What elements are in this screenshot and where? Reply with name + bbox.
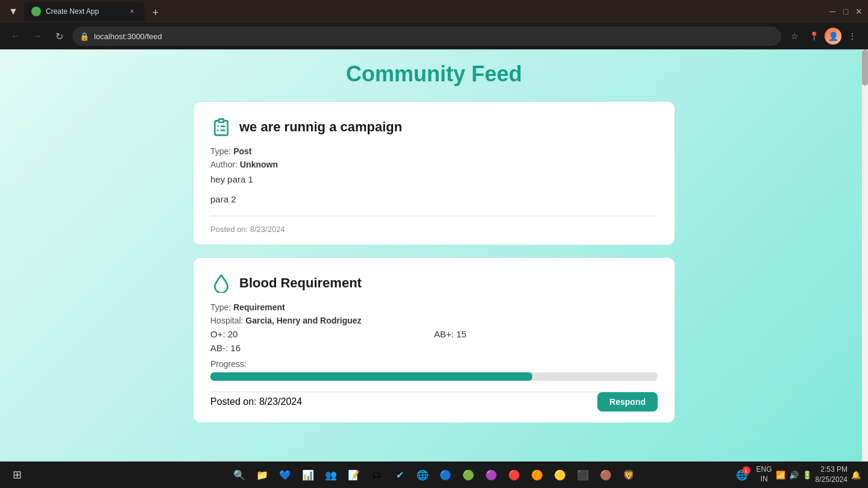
blood-requirement-card: Blood Requirement Type: Requirement Hosp… [193,257,675,423]
title-bar: ▼ Create Next App × + ─ □ ✕ [0,0,868,23]
taskbar-chrome3[interactable]: 🟢 [459,465,478,484]
clipboard-icon [210,116,232,138]
svg-rect-0 [219,119,224,122]
hospital-name: Hospital: Garcia, Henry and Rodriguez [210,316,658,325]
taskbar-app4[interactable]: 🟡 [550,465,570,484]
reload-button[interactable]: ↻ [51,28,68,45]
blood-group-ab-minus: AB-: 16 [210,343,434,353]
profile-button[interactable]: 👤 [825,28,841,45]
taskbar-notion[interactable]: 📝 [344,465,363,484]
url-display: localhost:3000/feed [94,32,774,41]
browser-window: ▼ Create Next App × + ─ □ ✕ ← → ↻ 🔒 loca… [0,0,868,488]
post-footer: Posted on: 8/23/2024 [210,216,658,245]
taskbar: ⊞ 🔍 📁 💙 📊 👥 📝 🗂 ✔ 🌐 🔵 🟢 🟣 🔴 🟠 🟡 ⬛ 🟤 🦁 [0,461,868,488]
post-card: we are runnig a campaign Type: Post Auth… [193,101,675,245]
taskbar-app3[interactable]: 🟠 [527,465,547,484]
taskbar-browser2[interactable]: 🦁 [619,465,638,484]
notification-badge: 1 [742,466,750,475]
notification-icon[interactable]: 🌐 1 [732,465,752,484]
respond-button[interactable]: Respond [597,392,658,411]
taskbar-right: 🌐 1 ENGIN 📶 🔊 🔋 2:53 PM 8/25/2024 🔔 [732,465,861,485]
taskbar-center: 🔍 📁 💙 📊 👥 📝 🗂 ✔ 🌐 🔵 🟢 🟣 🔴 🟠 🟡 ⬛ 🟤 🦁 [230,465,638,484]
progress-section: Progress: [210,359,658,381]
blood-type: Type: Requirement [210,302,658,312]
clock-date: 8/25/2024 [816,475,848,485]
post-card-title: we are runnig a campaign [239,119,402,135]
address-bar[interactable]: 🔒 localhost:3000/feed [72,27,781,46]
wifi-icon[interactable]: 📶 [776,471,785,480]
taskbar-excel[interactable]: 📊 [298,465,318,484]
taskbar-app1[interactable]: 🟣 [482,465,501,484]
page-title: Community Feed [346,61,522,87]
taskbar-app5[interactable]: 🟤 [596,465,615,484]
page-content: Community Feed we are runnig a campaign … [0,49,868,461]
active-tab[interactable]: Create Next App × [24,2,145,21]
window-controls: ─ □ ✕ [828,7,863,16]
volume-icon[interactable]: 🔊 [789,471,799,480]
taskbar-left: ⊞ [7,465,27,484]
progress-label: Progress: [210,359,658,369]
tab-dropdown[interactable]: ▼ [5,3,22,20]
tab-title: Create Next App [46,7,122,16]
back-button[interactable]: ← [7,28,24,45]
taskbar-tasks[interactable]: ✔ [390,465,409,484]
tab-area: Create Next App × + [24,2,826,21]
tab-close-button[interactable]: × [127,6,137,17]
battery-icon[interactable]: 🔋 [802,471,812,480]
clock-area[interactable]: 2:53 PM 8/25/2024 [816,465,848,485]
progress-bar-background [210,372,658,381]
taskbar-terminal[interactable]: ⬛ [573,465,593,484]
blood-card-footer: Posted on: 8/23/2024 Respond [210,392,658,422]
post-type: Type: Post [210,146,658,156]
tab-favicon [31,7,41,16]
maximize-button[interactable]: □ [841,7,850,16]
post-author: Author: Unknown [210,160,658,169]
clock-time: 2:53 PM [816,465,848,475]
taskbar-teams[interactable]: 👥 [321,465,341,484]
progress-bar-fill [210,372,532,381]
notifications-tray-icon[interactable]: 🔔 [851,471,861,480]
card-header: we are runnig a campaign [210,116,658,138]
language-indicator[interactable]: ENGIN [756,465,772,484]
blood-card-header: Blood Requirement [210,272,658,294]
location-icon[interactable]: 📍 [805,28,822,45]
post-paragraph-1: hey para 1 [210,173,658,187]
droplet-icon [210,272,232,294]
blood-group-o-plus: O+: 20 [210,329,434,339]
menu-button[interactable]: ⋮ [844,28,861,45]
blood-card-title: Blood Requirement [239,275,362,291]
blood-groups-grid: O+: 20 AB+: 15 AB-: 16 [210,329,658,353]
minimize-button[interactable]: ─ [828,7,837,16]
blood-posted-date: Posted on: 8/23/2024 [210,396,302,407]
taskbar-app2[interactable]: 🔴 [505,465,524,484]
scrollbar-thumb[interactable] [862,49,868,86]
post-paragraph-2: para 2 [210,193,658,207]
bookmark-icon[interactable]: ☆ [786,28,803,45]
scrollbar[interactable] [862,49,868,461]
taskbar-file-explorer[interactable]: 📁 [253,465,272,484]
taskbar-chrome2[interactable]: 🔵 [436,465,455,484]
start-button[interactable]: ⊞ [7,465,27,484]
blood-group-ab-plus: AB+: 15 [434,329,658,339]
nav-actions: ☆ 📍 👤 ⋮ [786,28,861,45]
new-tab-button[interactable]: + [147,4,164,21]
system-tray: ENGIN 📶 🔊 🔋 2:53 PM 8/25/2024 🔔 [756,465,861,485]
forward-button[interactable]: → [29,28,46,45]
taskbar-search[interactable]: 🔍 [230,465,249,484]
taskbar-files[interactable]: 🗂 [367,465,386,484]
nav-bar: ← → ↻ 🔒 localhost:3000/feed ☆ 📍 👤 ⋮ [0,23,868,49]
taskbar-chrome[interactable]: 🌐 [413,465,432,484]
close-button[interactable]: ✕ [855,7,863,16]
taskbar-vscode[interactable]: 💙 [275,465,295,484]
lock-icon: 🔒 [80,32,89,41]
